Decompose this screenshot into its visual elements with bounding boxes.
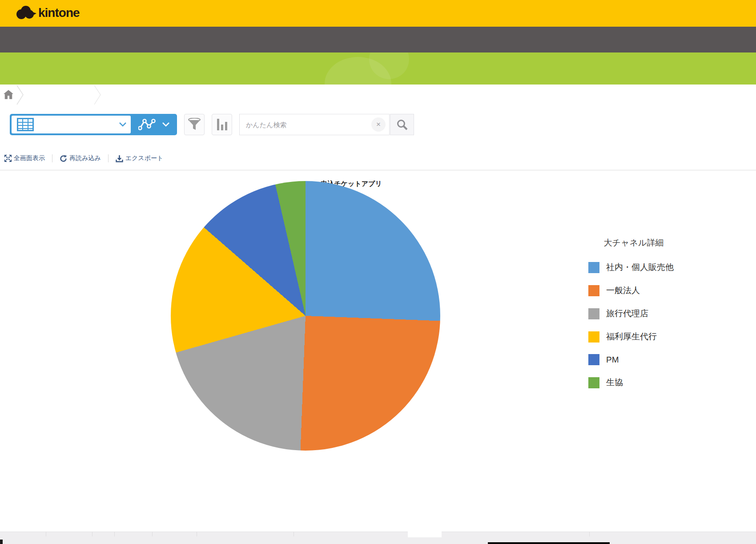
chevron-down-icon: [162, 122, 169, 127]
table-view-icon: [17, 118, 34, 131]
reload-icon: [60, 155, 67, 162]
reload-link[interactable]: 再読み込み: [52, 154, 108, 162]
legend-swatch: [588, 285, 599, 296]
footer-strip: [0, 532, 756, 544]
search-box: ×: [239, 114, 390, 135]
fullscreen-label: 全画面表示: [14, 154, 45, 162]
search-input[interactable]: [240, 121, 371, 129]
fullscreen-link[interactable]: 全画面表示: [4, 154, 52, 162]
legend-item: 一般法人: [588, 285, 679, 296]
footer-divider: [294, 532, 294, 536]
taskbar-remnant: [488, 542, 610, 544]
legend-item: 生協: [588, 377, 679, 388]
legend-item: PM: [588, 354, 679, 365]
line-chart-icon: [138, 118, 156, 131]
filter-button[interactable]: [184, 114, 205, 135]
breadcrumb: [0, 85, 756, 105]
legend-items: 社内・個人販売他一般法人旅行代理店福利厚生代行PM生協: [588, 262, 679, 388]
magnifier-icon: [396, 119, 408, 130]
kintone-cloud-icon: [15, 4, 36, 21]
legend-swatch: [588, 308, 599, 319]
funnel-icon: [188, 118, 201, 131]
footer-divider: [46, 532, 46, 536]
legend-label: 一般法人: [606, 285, 640, 296]
aggregate-button[interactable]: [212, 114, 232, 135]
reload-label: 再読み込み: [69, 154, 101, 162]
legend-label: 旅行代理店: [606, 308, 648, 319]
pie-chart: [171, 181, 440, 451]
export-link[interactable]: エクスポート: [108, 154, 171, 162]
view-and-chart-controls: [10, 114, 177, 135]
bar-chart-icon: [217, 119, 227, 130]
legend-swatch: [588, 331, 599, 343]
home-icon[interactable]: [4, 90, 13, 99]
footer-divider: [92, 532, 92, 536]
footer-divider: [589, 532, 590, 536]
footer-divider: [197, 532, 197, 536]
legend-title: 大チャネル詳細: [588, 237, 679, 249]
logo-text: kintone: [38, 6, 80, 20]
chevron-down-icon: [119, 122, 126, 127]
chart-select-button[interactable]: [131, 114, 177, 135]
chevron-right-icon: [93, 85, 101, 105]
panel-divider: [0, 170, 756, 170]
chevron-right-icon: [16, 85, 24, 105]
legend-label: 生協: [606, 377, 623, 388]
corner-remnant: [0, 540, 3, 544]
cover-banner: [0, 52, 756, 85]
legend-item: 旅行代理店: [588, 308, 679, 319]
footer-divider: [152, 532, 153, 536]
legend-swatch: [588, 262, 599, 273]
kintone-app: kintone 2 ★: [0, 0, 756, 544]
view-select[interactable]: [12, 116, 131, 133]
legend-swatch: [588, 377, 599, 388]
fullscreen-icon: [4, 155, 12, 162]
x-icon[interactable]: ×: [371, 117, 386, 132]
legend-label: 福利厚生代行: [606, 331, 657, 343]
legend-item: 福利厚生代行: [588, 331, 679, 343]
footer-gap: [408, 532, 442, 537]
export-icon: [116, 155, 123, 162]
chart-actions: 全画面表示 再読み込み エクスポート: [4, 153, 170, 164]
global-nav: 2 ★: [0, 27, 756, 52]
app-header: kintone: [0, 0, 756, 27]
kintone-logo[interactable]: kintone: [15, 4, 80, 21]
legend-label: PM: [606, 355, 619, 365]
footer-divider: [114, 532, 115, 536]
chart-legend: 大チャネル詳細 社内・個人販売他一般法人旅行代理店福利厚生代行PM生協: [588, 237, 679, 400]
export-label: エクスポート: [125, 154, 164, 162]
legend-item: 社内・個人販売他: [588, 262, 679, 273]
legend-label: 社内・個人販売他: [606, 262, 674, 273]
search-button[interactable]: [390, 114, 414, 135]
legend-swatch: [588, 354, 599, 365]
